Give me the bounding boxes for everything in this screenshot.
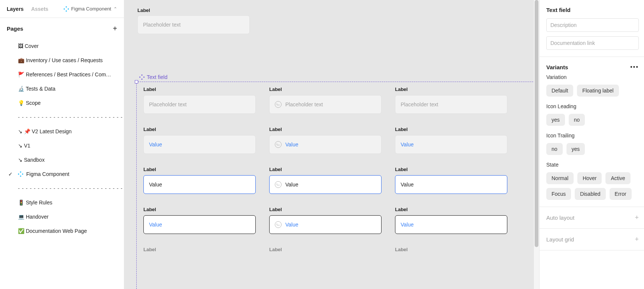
layout-grid-label: Layout grid <box>546 236 574 243</box>
component-set-icon <box>139 74 145 80</box>
page-item-documentation[interactable]: ✅ Documentation Web Page <box>0 224 124 238</box>
frame-label[interactable]: Text field <box>139 74 167 80</box>
chip-leading-no[interactable]: no <box>569 114 585 126</box>
field: Value <box>143 215 256 234</box>
description-input[interactable]: Description <box>546 18 639 32</box>
pages-title: Pages <box>7 25 23 32</box>
field: Value <box>143 175 256 194</box>
variant[interactable]: Label Value <box>269 127 382 154</box>
page-item-inventory[interactable]: 💼 Inventory / Use cases / Requests <box>0 53 124 67</box>
variants-menu-button[interactable]: ••• <box>630 64 639 70</box>
chip-default[interactable]: Default <box>546 85 573 97</box>
user-icon <box>275 221 282 228</box>
field: Value <box>269 175 382 194</box>
left-panel: Layers Assets Figma Component ⌃ Pages + … <box>0 0 124 289</box>
doc-link-input[interactable]: Documentation link <box>546 36 639 50</box>
page-item-v1[interactable]: ↘ V1 <box>0 139 124 153</box>
variant[interactable]: Label Placeholder text <box>395 86 507 114</box>
variants-section: Variants ••• Variation Default Floating … <box>540 57 644 207</box>
user-icon <box>275 141 282 148</box>
component-set-frame[interactable]: Label Placeholder text Label Placeholder… <box>136 82 539 289</box>
prop-label-icon-trailing: Icon Trailing <box>546 133 639 139</box>
chip-state-hover[interactable]: Hover <box>577 172 602 184</box>
add-layout-grid-button[interactable]: + <box>635 235 639 243</box>
chip-state-normal[interactable]: Normal <box>546 172 574 184</box>
variant[interactable]: Label Value <box>269 167 382 194</box>
auto-layout-label: Auto layout <box>546 215 574 221</box>
page-item-style-rules[interactable]: 🚦 Style Rules <box>0 195 124 210</box>
svg-rect-2 <box>64 8 65 9</box>
auto-layout-row[interactable]: Auto layout + <box>540 207 644 229</box>
variant[interactable]: Label Value <box>395 127 507 154</box>
svg-rect-1 <box>66 10 67 12</box>
field: Value <box>269 215 382 234</box>
chip-leading-yes[interactable]: yes <box>546 114 565 126</box>
variant[interactable]: Label Value <box>269 207 382 234</box>
chip-floating-label[interactable]: Floating label <box>577 85 619 97</box>
variant[interactable]: Label Value <box>143 127 256 154</box>
component-icon <box>18 171 23 177</box>
variant[interactable]: Label <box>395 247 507 255</box>
chevron-up-icon: ⌃ <box>113 6 117 12</box>
chip-trailing-yes[interactable]: yes <box>566 143 585 155</box>
variants-title: Variants <box>546 64 568 70</box>
chip-trailing-no[interactable]: no <box>546 143 563 155</box>
component-name: Text field <box>546 7 639 13</box>
scrollbar-track[interactable] <box>534 0 539 289</box>
prop-label-icon-leading: Icon Leading <box>546 103 639 109</box>
page-item-handover[interactable]: 💻 Handover <box>0 210 124 224</box>
layout-grid-row[interactable]: Layout grid + <box>540 229 644 250</box>
chip-state-active[interactable]: Active <box>605 172 630 184</box>
user-icon <box>275 101 282 108</box>
add-auto-layout-button[interactable]: + <box>635 214 639 222</box>
variant[interactable]: Label Value <box>395 207 507 234</box>
page-item-figma-component[interactable]: ✓ Figma Component <box>0 167 124 181</box>
page-item-scope[interactable]: 💡 Scope <box>0 96 124 110</box>
variant[interactable]: Label Value <box>395 167 507 194</box>
field-input: Placeholder text <box>137 15 250 34</box>
tab-assets[interactable]: Assets <box>31 6 48 12</box>
field: Value <box>395 175 507 194</box>
variant[interactable]: Label Value <box>143 167 256 194</box>
variant[interactable]: Label Placeholder text <box>269 86 382 114</box>
variant[interactable]: Label <box>269 247 382 255</box>
component-breadcrumb-label: Figma Component <box>71 6 111 12</box>
svg-rect-3 <box>67 8 69 9</box>
svg-rect-10 <box>139 76 141 78</box>
page-item-v2[interactable]: ↘ 📌 V2 Latest Design <box>0 124 124 139</box>
frame-label-text: Text field <box>147 74 167 80</box>
prop-label-state: State <box>546 162 639 168</box>
canvas[interactable]: Label Placeholder text Text field Label <box>124 0 539 289</box>
page-item-cover[interactable]: 🖼 Cover <box>0 39 124 53</box>
svg-rect-11 <box>143 76 145 78</box>
field: Placeholder text <box>269 95 382 114</box>
field: Value <box>395 215 507 234</box>
chip-state-disabled[interactable]: Disabled <box>575 188 605 200</box>
page-item-tests[interactable]: 🔬 Tests & Data <box>0 82 124 96</box>
field-label: Label <box>137 7 250 13</box>
page-divider: - - - - - - - - - - - - - - - - - - - - … <box>0 181 124 195</box>
tab-layers[interactable]: Layers <box>7 6 24 12</box>
resize-handle-nw[interactable] <box>135 80 138 83</box>
user-icon <box>275 181 282 188</box>
component-breadcrumb[interactable]: Figma Component ⌃ <box>64 6 117 12</box>
page-item-sandbox[interactable]: ↘ Sandbox <box>0 153 124 167</box>
add-page-button[interactable]: + <box>113 24 117 33</box>
check-icon: ✓ <box>8 171 13 177</box>
variant[interactable]: Label Placeholder text <box>143 86 256 114</box>
page-item-references[interactable]: 🚩 References / Best Practices / Com… <box>0 67 124 82</box>
chip-state-error[interactable]: Error <box>610 188 632 200</box>
variant[interactable]: Label Value <box>143 207 256 234</box>
lone-text-field[interactable]: Label Placeholder text <box>137 7 250 34</box>
component-icon <box>64 6 69 12</box>
svg-rect-0 <box>66 6 67 8</box>
svg-rect-7 <box>22 173 23 175</box>
field: Placeholder text <box>395 95 507 114</box>
svg-rect-9 <box>141 78 143 80</box>
left-tabs: Layers Assets Figma Component ⌃ <box>0 0 124 18</box>
page-divider: - - - - - - - - - - - - - - - - - - - - … <box>0 110 124 124</box>
variant[interactable]: Label <box>143 247 256 255</box>
scrollbar-thumb[interactable] <box>535 0 538 247</box>
component-info-section: Text field Description Documentation lin… <box>540 0 644 57</box>
chip-state-focus[interactable]: Focus <box>546 188 571 200</box>
